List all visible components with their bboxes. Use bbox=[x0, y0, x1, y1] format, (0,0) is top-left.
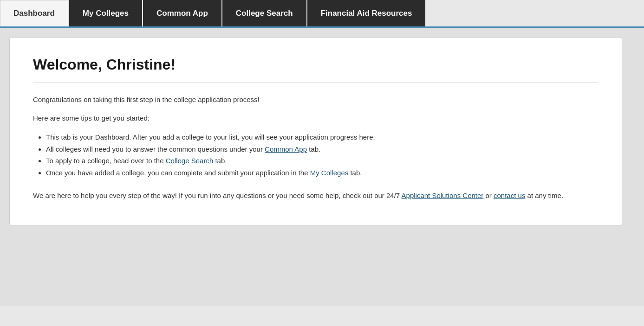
help-middle: or bbox=[483, 192, 494, 199]
tab-dashboard-label: Dashboard bbox=[13, 9, 55, 18]
applicant-solutions-link[interactable]: Applicant Solutions Center bbox=[402, 192, 484, 199]
tip-3-before: To apply to a college, head over to the bbox=[46, 157, 166, 165]
tab-financial-aid-label: Financial Aid Resources bbox=[321, 9, 412, 18]
tab-college-search-label: College Search bbox=[236, 9, 293, 18]
tab-my-colleges[interactable]: My Colleges bbox=[69, 0, 142, 26]
divider bbox=[33, 83, 598, 83]
my-colleges-link[interactable]: My Colleges bbox=[310, 169, 349, 177]
tab-common-app[interactable]: Common App bbox=[143, 0, 221, 26]
tab-common-app-label: Common App bbox=[156, 9, 208, 18]
tip-2-after: tab. bbox=[307, 145, 320, 153]
tip-4-before: Once you have added a college, you can c… bbox=[46, 169, 310, 177]
tip-3-after: tab. bbox=[213, 157, 227, 165]
tab-dashboard[interactable]: Dashboard bbox=[0, 0, 68, 26]
contact-us-link[interactable]: contact us bbox=[494, 192, 525, 199]
tip-1-text: This tab is your Dashboard. After you ad… bbox=[46, 133, 375, 141]
common-app-link[interactable]: Common App bbox=[265, 145, 307, 153]
tips-intro: Here are some tips to get you started: bbox=[33, 113, 598, 124]
welcome-title: Welcome, Christine! bbox=[33, 56, 598, 73]
main-content: Welcome, Christine! Congratulations on t… bbox=[0, 28, 644, 306]
congrats-text: Congratulations on taking this first ste… bbox=[33, 94, 598, 105]
help-after: at any time. bbox=[525, 192, 563, 199]
list-item: All colleges will need you to answer the… bbox=[46, 143, 598, 155]
tip-4-after: tab. bbox=[348, 169, 362, 177]
tip-2-before: All colleges will need you to answer the… bbox=[46, 145, 265, 153]
tab-my-colleges-label: My Colleges bbox=[83, 9, 129, 18]
help-before: We are here to help you every step of th… bbox=[33, 192, 402, 199]
list-item: To apply to a college, head over to the … bbox=[46, 155, 598, 167]
college-search-link[interactable]: College Search bbox=[166, 157, 214, 165]
tab-bar: Dashboard My Colleges Common App College… bbox=[0, 0, 644, 28]
content-card: Welcome, Christine! Congratulations on t… bbox=[9, 37, 622, 225]
tab-financial-aid[interactable]: Financial Aid Resources bbox=[307, 0, 426, 26]
tab-college-search[interactable]: College Search bbox=[222, 0, 306, 26]
list-item: This tab is your Dashboard. After you ad… bbox=[46, 131, 598, 143]
tips-list: This tab is your Dashboard. After you ad… bbox=[33, 131, 598, 179]
help-text: We are here to help you every step of th… bbox=[33, 190, 598, 202]
list-item: Once you have added a college, you can c… bbox=[46, 167, 598, 179]
